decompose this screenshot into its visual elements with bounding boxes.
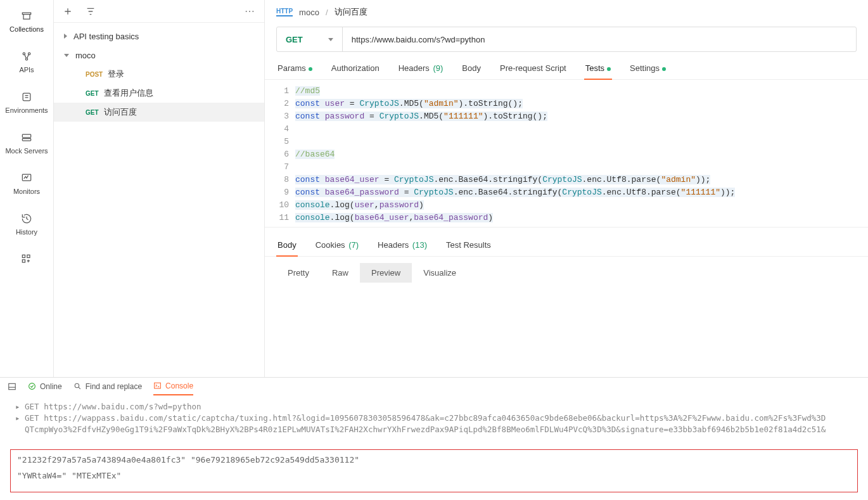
rail-label: Monitors <box>13 188 40 195</box>
request-name: 查看用户信息 <box>104 87 153 99</box>
svg-rect-7 <box>22 255 25 257</box>
rail-label: Collections <box>10 25 44 33</box>
rail-mock-servers[interactable]: Mock Servers <box>0 125 53 160</box>
collection-row[interactable]: API testing basics <box>54 27 264 46</box>
grid-plus-icon <box>20 252 34 266</box>
collection-name: API testing basics <box>73 32 139 41</box>
sidebar-rail: Collections APIs Environments Mock Serve… <box>0 0 54 377</box>
status-bar: Online Find and replace Console <box>0 377 868 395</box>
request-row[interactable]: GET查看用户信息 <box>54 84 264 103</box>
response-tab[interactable]: Headers (13) <box>376 236 428 256</box>
request-row[interactable]: POST登录 <box>54 65 264 84</box>
request-tab[interactable]: Settings <box>629 60 667 79</box>
online-status[interactable]: Online <box>28 382 62 391</box>
collection-toolbar: ⋯ <box>54 0 264 23</box>
http-badge-icon: HTTP <box>276 8 293 16</box>
panel-toggle[interactable] <box>8 382 16 391</box>
rail-monitors[interactable]: Monitors <box>0 166 53 200</box>
url-input[interactable]: https://www.baidu.com/s?wd=python <box>343 27 856 51</box>
console-toggle[interactable]: Console <box>153 378 193 395</box>
svg-point-12 <box>75 383 79 388</box>
view-button[interactable]: Raw <box>321 263 360 283</box>
svg-rect-10 <box>9 383 16 389</box>
request-name: 登录 <box>108 68 124 80</box>
rail-environments[interactable]: Environments <box>0 85 53 119</box>
apis-icon <box>20 49 34 63</box>
monitor-icon <box>20 171 34 185</box>
server-icon <box>20 131 34 144</box>
archive-icon <box>20 9 34 23</box>
add-button[interactable] <box>59 3 77 20</box>
view-button[interactable]: Visualize <box>412 263 468 283</box>
code-content: //md5const user = CryptoJS.MD5("admin").… <box>295 82 868 227</box>
console-result-line: "YWRtaW4=" "MTExMTEx" <box>17 471 851 480</box>
svg-rect-3 <box>23 93 30 101</box>
url-row: GET https://www.baidu.com/s?wd=python <box>276 27 857 52</box>
method-badge: GET <box>86 90 99 97</box>
console-line: QTcmpWyo3%2FdfvHZy90eGg1T9i%2F9aWxTqDk%2… <box>15 424 858 435</box>
svg-rect-9 <box>22 260 25 262</box>
rail-history[interactable]: History <box>0 207 53 241</box>
response-tabs: BodyCookies (7)Headers (13)Test Results <box>265 228 868 257</box>
chevron-down-icon <box>328 38 333 41</box>
request-tabs: ParamsAuthorizationHeaders (9)BodyPre-re… <box>265 52 868 80</box>
method-select[interactable]: GET <box>277 27 343 51</box>
console-line: ▸ GET https://wappass.baidu.com/static/c… <box>15 413 858 424</box>
response-tab[interactable]: Cookies (7) <box>314 236 360 256</box>
find-replace[interactable]: Find and replace <box>73 382 142 391</box>
crumb-sep: / <box>326 8 328 17</box>
environments-icon <box>20 90 34 104</box>
history-icon <box>20 212 34 226</box>
rail-label: Mock Servers <box>5 147 48 155</box>
collection-tree: API testing basicsmocoPOST登录GET查看用户信息GET… <box>54 23 264 122</box>
request-tab[interactable]: Headers (9) <box>397 60 445 79</box>
view-button[interactable]: Preview <box>360 263 412 283</box>
line-gutter: 1234567891011 <box>265 82 295 227</box>
method-value: GET <box>286 35 303 44</box>
collection-name: moco <box>75 51 96 60</box>
rail-more[interactable] <box>0 247 53 271</box>
response-tab[interactable]: Test Results <box>445 236 492 256</box>
more-icon[interactable]: ⋯ <box>241 3 259 20</box>
method-badge: GET <box>86 109 99 116</box>
svg-rect-13 <box>155 383 161 388</box>
svg-rect-8 <box>27 255 30 257</box>
response-view-buttons: PrettyRawPreviewVisualize <box>265 257 868 321</box>
request-tab[interactable]: Pre-request Script <box>499 60 568 79</box>
svg-point-11 <box>29 383 35 390</box>
svg-point-2 <box>25 58 27 60</box>
request-tab[interactable]: Authorization <box>330 60 381 79</box>
request-tab[interactable]: Tests <box>584 60 612 79</box>
crumb-request[interactable]: 访问百度 <box>335 6 367 18</box>
console-highlighted-output: "21232f297a57a5a743894a0e4a801fc3" "96e7… <box>10 449 858 492</box>
svg-rect-4 <box>22 134 30 138</box>
response-tab[interactable]: Body <box>276 236 298 256</box>
indicator-dot-icon <box>662 67 666 71</box>
console-line: ▸ GET https://www.baidu.com/s?wd=python <box>15 401 858 413</box>
request-tab[interactable]: Body <box>461 60 482 79</box>
collection-row[interactable]: moco <box>54 46 264 65</box>
indicator-dot-icon <box>607 67 611 71</box>
rail-label: History <box>16 228 37 236</box>
request-tab[interactable]: Params <box>276 60 314 79</box>
svg-rect-5 <box>22 139 30 141</box>
rail-apis[interactable]: APIs <box>0 44 53 79</box>
rail-label: APIs <box>19 66 34 74</box>
request-name: 访问百度 <box>104 106 137 118</box>
view-button[interactable]: Pretty <box>276 263 321 283</box>
filter-button[interactable] <box>82 3 99 20</box>
indicator-dot-icon <box>309 67 312 71</box>
chevron-right-icon <box>64 34 67 39</box>
method-badge: POST <box>86 71 103 78</box>
collection-panel: ⋯ API testing basicsmocoPOST登录GET查看用户信息G… <box>54 0 265 377</box>
chevron-down-icon <box>64 54 69 57</box>
request-row[interactable]: GET访问百度 <box>54 103 264 122</box>
url-text: https://www.baidu.com/s?wd=python <box>352 35 485 44</box>
crumb-collection[interactable]: moco <box>299 8 319 17</box>
request-area: HTTP moco / 访问百度 GET https://www.baidu.c… <box>265 0 868 377</box>
rail-label: Environments <box>5 106 48 114</box>
breadcrumb: HTTP moco / 访问百度 <box>265 0 868 24</box>
code-editor[interactable]: 1234567891011 //md5const user = CryptoJS… <box>265 82 868 228</box>
rail-collections[interactable]: Collections <box>0 4 53 38</box>
console-output: ▸ GET https://www.baidu.com/s?wd=python▸… <box>0 395 868 442</box>
